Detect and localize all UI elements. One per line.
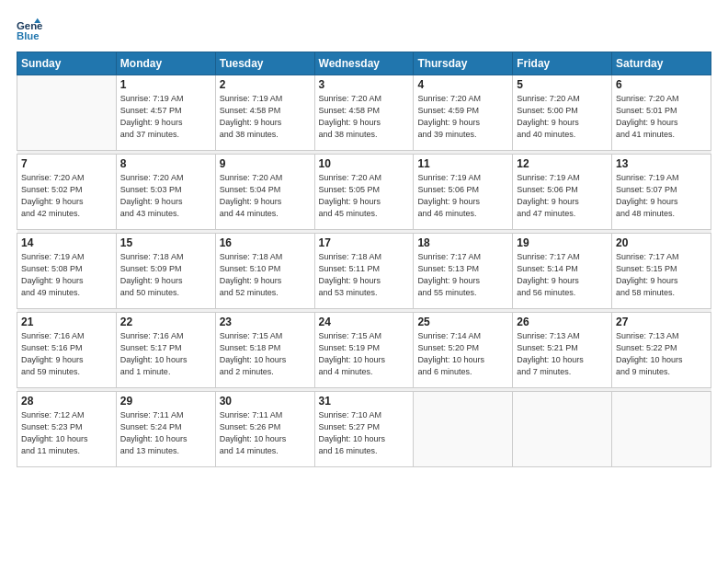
calendar-cell: 6Sunrise: 7:20 AM Sunset: 5:01 PM Daylig… <box>612 75 711 151</box>
cell-info: Sunrise: 7:19 AM Sunset: 5:07 PM Dayligh… <box>616 172 707 220</box>
calendar-cell: 13Sunrise: 7:19 AM Sunset: 5:07 PM Dayli… <box>612 155 711 230</box>
cell-info: Sunrise: 7:20 AM Sunset: 4:59 PM Dayligh… <box>417 93 508 141</box>
col-header-friday: Friday <box>513 52 612 75</box>
day-number: 23 <box>220 316 311 328</box>
calendar-cell: 30Sunrise: 7:11 AM Sunset: 5:26 PM Dayli… <box>215 392 314 467</box>
page: General Blue SundayMondayTuesdayWednesda… <box>0 0 728 563</box>
day-number: 3 <box>319 78 410 91</box>
calendar-cell: 4Sunrise: 7:20 AM Sunset: 4:59 PM Daylig… <box>414 75 513 151</box>
cell-info: Sunrise: 7:19 AM Sunset: 4:57 PM Dayligh… <box>120 93 211 141</box>
calendar-cell <box>414 392 513 467</box>
col-header-sunday: Sunday <box>17 52 117 75</box>
day-number: 16 <box>220 236 311 249</box>
calendar-header-row: SundayMondayTuesdayWednesdayThursdayFrid… <box>17 52 711 75</box>
day-number: 27 <box>616 316 707 328</box>
calendar-cell: 31Sunrise: 7:10 AM Sunset: 5:27 PM Dayli… <box>314 392 414 467</box>
cell-info: Sunrise: 7:17 AM Sunset: 5:15 PM Dayligh… <box>616 251 707 299</box>
day-number: 6 <box>616 78 707 91</box>
calendar-cell: 29Sunrise: 7:11 AM Sunset: 5:24 PM Dayli… <box>116 392 215 467</box>
cell-info: Sunrise: 7:16 AM Sunset: 5:17 PM Dayligh… <box>120 330 211 378</box>
cell-info: Sunrise: 7:20 AM Sunset: 5:03 PM Dayligh… <box>120 172 211 220</box>
calendar-cell: 3Sunrise: 7:20 AM Sunset: 4:58 PM Daylig… <box>314 75 414 151</box>
day-number: 10 <box>319 157 410 170</box>
calendar-cell: 9Sunrise: 7:20 AM Sunset: 5:04 PM Daylig… <box>215 155 314 230</box>
col-header-thursday: Thursday <box>414 52 513 75</box>
day-number: 11 <box>417 157 508 170</box>
cell-info: Sunrise: 7:18 AM Sunset: 5:11 PM Dayligh… <box>319 251 410 299</box>
calendar-cell: 25Sunrise: 7:14 AM Sunset: 5:20 PM Dayli… <box>414 313 513 388</box>
day-number: 5 <box>517 78 608 91</box>
cell-info: Sunrise: 7:13 AM Sunset: 5:22 PM Dayligh… <box>616 330 707 378</box>
day-number: 22 <box>120 316 211 328</box>
day-number: 14 <box>21 236 112 249</box>
cell-info: Sunrise: 7:11 AM Sunset: 5:26 PM Dayligh… <box>220 409 311 457</box>
day-number: 15 <box>120 236 211 249</box>
cell-info: Sunrise: 7:15 AM Sunset: 5:18 PM Dayligh… <box>220 330 311 378</box>
day-number: 17 <box>319 236 410 249</box>
cell-info: Sunrise: 7:17 AM Sunset: 5:13 PM Dayligh… <box>417 251 508 299</box>
cell-info: Sunrise: 7:19 AM Sunset: 5:06 PM Dayligh… <box>517 172 608 220</box>
calendar-cell: 28Sunrise: 7:12 AM Sunset: 5:23 PM Dayli… <box>17 392 117 467</box>
day-number: 13 <box>616 157 707 170</box>
col-header-wednesday: Wednesday <box>314 52 414 75</box>
cell-info: Sunrise: 7:14 AM Sunset: 5:20 PM Dayligh… <box>417 330 508 378</box>
calendar-cell: 15Sunrise: 7:18 AM Sunset: 5:09 PM Dayli… <box>116 234 215 309</box>
col-header-tuesday: Tuesday <box>215 52 314 75</box>
cell-info: Sunrise: 7:17 AM Sunset: 5:14 PM Dayligh… <box>517 251 608 299</box>
day-number: 8 <box>120 157 211 170</box>
cell-info: Sunrise: 7:18 AM Sunset: 5:10 PM Dayligh… <box>220 251 311 299</box>
cell-info: Sunrise: 7:20 AM Sunset: 5:04 PM Dayligh… <box>220 172 311 220</box>
calendar-week-row: 7Sunrise: 7:20 AM Sunset: 5:02 PM Daylig… <box>17 155 711 230</box>
day-number: 18 <box>417 236 508 249</box>
day-number: 24 <box>319 316 410 328</box>
day-number: 19 <box>517 236 608 249</box>
cell-info: Sunrise: 7:15 AM Sunset: 5:19 PM Dayligh… <box>319 330 410 378</box>
calendar-cell: 19Sunrise: 7:17 AM Sunset: 5:14 PM Dayli… <box>513 234 612 309</box>
calendar-body: 1Sunrise: 7:19 AM Sunset: 4:57 PM Daylig… <box>17 75 711 467</box>
col-header-saturday: Saturday <box>612 52 711 75</box>
cell-info: Sunrise: 7:20 AM Sunset: 4:58 PM Dayligh… <box>319 93 410 141</box>
cell-info: Sunrise: 7:19 AM Sunset: 5:06 PM Dayligh… <box>417 172 508 220</box>
day-number: 28 <box>21 395 112 408</box>
calendar-cell: 12Sunrise: 7:19 AM Sunset: 5:06 PM Dayli… <box>513 155 612 230</box>
calendar-cell: 16Sunrise: 7:18 AM Sunset: 5:10 PM Dayli… <box>215 234 314 309</box>
calendar-cell: 1Sunrise: 7:19 AM Sunset: 4:57 PM Daylig… <box>116 75 215 151</box>
day-number: 21 <box>21 316 112 328</box>
cell-info: Sunrise: 7:20 AM Sunset: 5:01 PM Dayligh… <box>616 93 707 141</box>
day-number: 30 <box>220 395 311 408</box>
calendar-cell <box>612 392 711 467</box>
calendar-cell <box>17 75 117 151</box>
cell-info: Sunrise: 7:19 AM Sunset: 5:08 PM Dayligh… <box>21 251 112 299</box>
calendar-cell: 8Sunrise: 7:20 AM Sunset: 5:03 PM Daylig… <box>116 155 215 230</box>
day-number: 29 <box>120 395 211 408</box>
calendar-cell: 5Sunrise: 7:20 AM Sunset: 5:00 PM Daylig… <box>513 75 612 151</box>
day-number: 4 <box>417 78 508 91</box>
col-header-monday: Monday <box>116 52 215 75</box>
calendar-cell: 14Sunrise: 7:19 AM Sunset: 5:08 PM Dayli… <box>17 234 117 309</box>
calendar-cell <box>513 392 612 467</box>
calendar-cell: 27Sunrise: 7:13 AM Sunset: 5:22 PM Dayli… <box>612 313 711 388</box>
svg-text:Blue: Blue <box>17 30 40 41</box>
cell-info: Sunrise: 7:20 AM Sunset: 5:00 PM Dayligh… <box>517 93 608 141</box>
day-number: 1 <box>120 78 211 91</box>
cell-info: Sunrise: 7:20 AM Sunset: 5:05 PM Dayligh… <box>319 172 410 220</box>
calendar-cell: 20Sunrise: 7:17 AM Sunset: 5:15 PM Dayli… <box>612 234 711 309</box>
cell-info: Sunrise: 7:10 AM Sunset: 5:27 PM Dayligh… <box>319 409 410 457</box>
day-number: 2 <box>220 78 311 91</box>
calendar-cell: 24Sunrise: 7:15 AM Sunset: 5:19 PM Dayli… <box>314 313 414 388</box>
cell-info: Sunrise: 7:11 AM Sunset: 5:24 PM Dayligh… <box>120 409 211 457</box>
calendar-cell: 11Sunrise: 7:19 AM Sunset: 5:06 PM Dayli… <box>414 155 513 230</box>
calendar-cell: 26Sunrise: 7:13 AM Sunset: 5:21 PM Dayli… <box>513 313 612 388</box>
cell-info: Sunrise: 7:13 AM Sunset: 5:21 PM Dayligh… <box>517 330 608 378</box>
calendar-cell: 22Sunrise: 7:16 AM Sunset: 5:17 PM Dayli… <box>116 313 215 388</box>
calendar-cell: 17Sunrise: 7:18 AM Sunset: 5:11 PM Dayli… <box>314 234 414 309</box>
calendar-week-row: 14Sunrise: 7:19 AM Sunset: 5:08 PM Dayli… <box>17 234 711 309</box>
cell-info: Sunrise: 7:19 AM Sunset: 4:58 PM Dayligh… <box>220 93 311 141</box>
cell-info: Sunrise: 7:16 AM Sunset: 5:16 PM Dayligh… <box>21 330 112 378</box>
calendar-week-row: 1Sunrise: 7:19 AM Sunset: 4:57 PM Daylig… <box>17 75 711 151</box>
calendar-cell: 21Sunrise: 7:16 AM Sunset: 5:16 PM Dayli… <box>17 313 117 388</box>
day-number: 31 <box>319 395 410 408</box>
day-number: 9 <box>220 157 311 170</box>
calendar-cell: 10Sunrise: 7:20 AM Sunset: 5:05 PM Dayli… <box>314 155 414 230</box>
calendar-week-row: 28Sunrise: 7:12 AM Sunset: 5:23 PM Dayli… <box>17 392 711 467</box>
